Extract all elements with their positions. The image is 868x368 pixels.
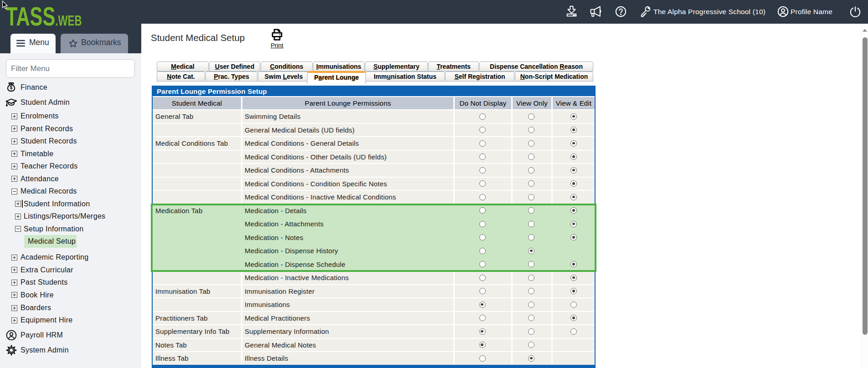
svg-text:$: $ bbox=[10, 86, 13, 91]
